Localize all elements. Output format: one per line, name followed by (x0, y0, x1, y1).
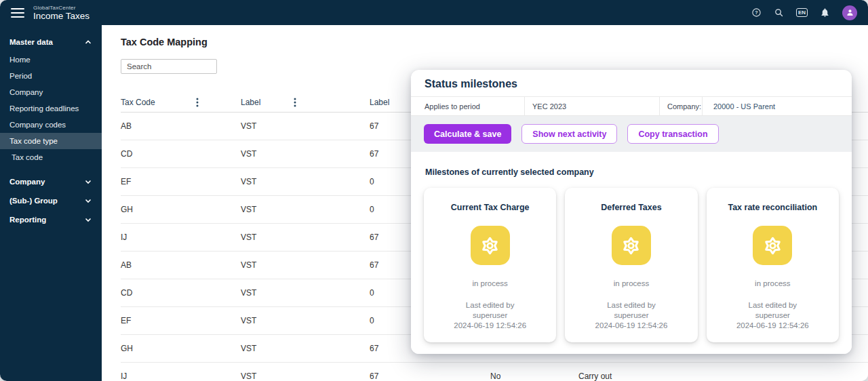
milestone-edited-info: Last edited by superuser 2024-06-19 12:5… (565, 300, 697, 331)
chevron-down-icon (84, 178, 92, 185)
sidebar-section-master-data[interactable]: Master data (0, 33, 102, 52)
page-title: Tax Code Mapping (121, 37, 868, 47)
calculate-save-button[interactable]: Calculate & save (424, 124, 511, 144)
status-milestones-dialog: Status milestones Applies to period YEC … (411, 70, 852, 354)
company-value: 20000 - US Parent (703, 97, 852, 115)
app-name: GlobalTaxCenter (33, 5, 90, 11)
sidebar-item-company[interactable]: Company (0, 84, 102, 100)
milestone-card-deferred-taxes: Deferred Taxes in process Last edited by… (565, 188, 697, 342)
column-menu-icon[interactable] (294, 98, 296, 107)
milestone-edited-info: Last edited by superuser 2024-06-19 12:5… (424, 300, 556, 331)
gear-icon (479, 235, 501, 257)
milestone-status-tile[interactable] (753, 226, 792, 265)
show-next-activity-button[interactable]: Show next activity (521, 124, 617, 144)
milestone-title: Deferred Taxes (565, 203, 697, 212)
top-bar: GlobalTaxCenter Income Taxes ? EN (0, 0, 868, 25)
search-input[interactable] (121, 59, 217, 74)
chevron-up-icon (84, 39, 92, 45)
sidebar-nav: Master data Home Period Company Reportin… (0, 25, 102, 381)
user-avatar[interactable] (842, 5, 857, 20)
dialog-meta-row: Applies to period YEC 2023 Company: 2000… (411, 97, 852, 116)
sidebar-item-tax-code[interactable]: Tax code (0, 149, 102, 165)
gear-icon (762, 235, 784, 257)
milestone-card-tax-rate-reconciliation: Tax rate reconciliation in process Last … (707, 188, 839, 342)
brand: GlobalTaxCenter Income Taxes (33, 5, 90, 21)
milestone-edited-info: Last edited by superuser 2024-06-19 12:5… (707, 300, 839, 331)
sidebar-item-period[interactable]: Period (0, 68, 102, 84)
svg-text:?: ? (755, 10, 757, 16)
notifications-bell-icon[interactable] (820, 7, 830, 18)
app-window: GlobalTaxCenter Income Taxes ? EN Master… (0, 0, 868, 381)
sidebar-section-company[interactable]: Company (0, 172, 102, 191)
help-icon[interactable]: ? (751, 7, 762, 18)
chevron-down-icon (84, 197, 92, 204)
search-icon[interactable] (774, 7, 784, 18)
milestone-status-tile[interactable] (471, 226, 510, 265)
milestone-status-tile[interactable] (612, 226, 651, 265)
sidebar-item-company-codes[interactable]: Company codes (0, 117, 102, 133)
sidebar-item-reporting-deadlines[interactable]: Reporting deadlines (0, 100, 102, 117)
dialog-action-bar: Calculate & save Show next activity Copy… (411, 116, 852, 152)
column-menu-icon[interactable] (196, 98, 199, 107)
milestone-status: in process (707, 279, 839, 287)
sidebar-item-home[interactable]: Home (0, 52, 102, 68)
column-header-tax-code: Tax Code (121, 98, 241, 107)
copy-transaction-button[interactable]: Copy transaction (627, 124, 718, 144)
column-header-label-1: Label (241, 98, 370, 107)
chevron-down-icon (84, 216, 92, 223)
sidebar-section-reporting[interactable]: Reporting (0, 210, 102, 229)
gear-icon (620, 235, 642, 257)
applies-to-period-label: Applies to period (411, 97, 525, 115)
language-toggle[interactable]: EN (796, 8, 808, 17)
sidebar-section-sub-group[interactable]: (Sub-) Group (0, 191, 102, 210)
milestone-status: in process (565, 279, 697, 287)
period-value[interactable]: YEC 2023 (525, 97, 660, 115)
milestone-title: Current Tax Charge (424, 203, 556, 212)
company-label: Company: (660, 97, 703, 115)
sidebar-item-tax-code-type[interactable]: Tax code type (0, 133, 102, 149)
table-row[interactable]: IJVST67NoCarry out (121, 363, 868, 381)
milestone-card-current-tax-charge: Current Tax Charge in process Last edite… (424, 188, 556, 342)
milestone-status: in process (424, 279, 556, 287)
dialog-title: Status milestones (425, 78, 517, 89)
module-name: Income Taxes (33, 11, 90, 21)
menu-icon[interactable] (11, 8, 24, 18)
milestones-section-heading: Milestones of currently selected company (425, 167, 839, 177)
milestone-title: Tax rate reconciliation (707, 203, 839, 212)
